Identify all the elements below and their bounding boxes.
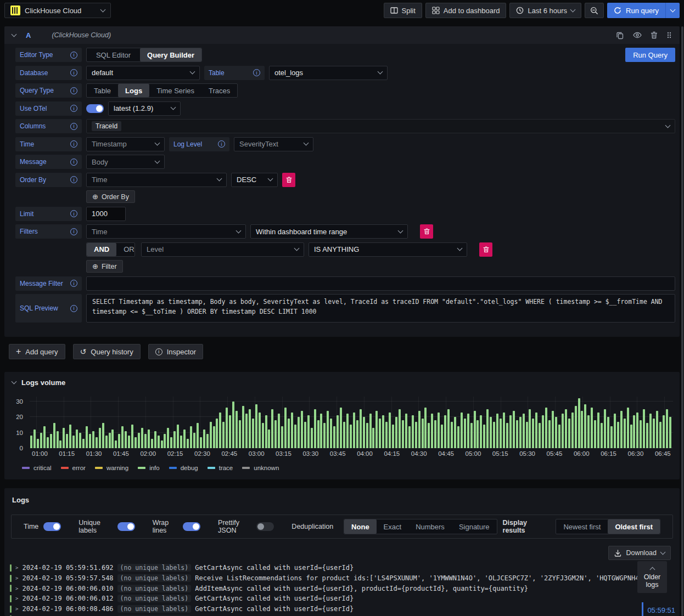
run-query-dropdown[interactable] [665, 3, 680, 18]
info-icon[interactable]: i [70, 305, 77, 312]
query-row-header[interactable]: A (ClickHouse Cloud) [4, 26, 680, 44]
dedup-exact[interactable]: Exact [377, 519, 409, 534]
inspector-button[interactable]: i Inspector [148, 344, 203, 359]
log-row[interactable]: >2024-02-19 06:00:18.663(no unique label… [10, 614, 644, 616]
clock-icon [516, 7, 524, 14]
dedup-numbers[interactable]: Numbers [408, 519, 452, 534]
log-expand-caret[interactable]: > [15, 575, 18, 581]
info-icon[interactable]: i [70, 140, 77, 148]
collapse-caret-icon[interactable] [12, 31, 17, 37]
info-icon[interactable]: i [70, 87, 77, 94]
editor-type-sql-editor[interactable]: SQL Editor [87, 48, 140, 61]
volume-bar [327, 411, 329, 448]
zoom-out-time-button[interactable] [585, 3, 604, 18]
time-range-picker[interactable]: Last 6 hours [509, 3, 581, 18]
order-by-direction-select[interactable]: DESC [231, 173, 278, 187]
query-type-time-series[interactable]: Time Series [149, 84, 201, 97]
volume-bar [59, 440, 61, 448]
info-icon[interactable]: i [70, 123, 77, 130]
dedup-none[interactable]: None [344, 519, 377, 534]
run-query-button[interactable]: Run query [607, 3, 665, 18]
log-row[interactable]: >2024-02-19 05:59:57.548(no unique label… [10, 573, 644, 584]
legend-item-unknown[interactable]: unknown [242, 465, 279, 471]
hide-response-eye-icon[interactable] [633, 32, 642, 38]
message-filter-input[interactable] [86, 276, 675, 291]
dedup-signature[interactable]: Signature [452, 519, 497, 534]
info-icon[interactable]: i [70, 52, 77, 59]
remove-order-by-button[interactable] [282, 173, 295, 187]
log-expand-caret[interactable]: > [15, 596, 18, 601]
remove-filter2-button[interactable] [479, 242, 492, 257]
info-icon[interactable]: i [70, 69, 77, 76]
info-icon[interactable]: i [70, 280, 77, 287]
duplicate-query-icon[interactable] [616, 31, 624, 39]
prettify-json-toggle[interactable] [256, 522, 274, 531]
log-expand-caret[interactable]: > [15, 586, 18, 591]
add-filter-button[interactable]: ⊕ Filter [86, 260, 123, 273]
log-row[interactable]: >2024-02-19 06:00:06.010(no unique label… [10, 583, 644, 594]
filter-logic-and[interactable]: AND [87, 243, 116, 256]
editor-type-query-builder[interactable]: Query Builder [140, 48, 201, 61]
page-scrollbar[interactable] [681, 26, 683, 616]
query-history-button[interactable]: ↺ Query history [73, 344, 141, 359]
limit-input[interactable]: 1000 [86, 207, 126, 221]
unique-labels-toggle[interactable] [117, 522, 135, 531]
older-logs-button[interactable]: Older logs [637, 561, 667, 593]
query-type-traces[interactable]: Traces [201, 84, 237, 97]
log-expand-caret[interactable]: > [15, 565, 18, 570]
info-icon[interactable]: i [253, 69, 260, 76]
query-type-logs[interactable]: Logs [118, 84, 149, 97]
query-type-table[interactable]: Table [87, 84, 118, 97]
time-column-select[interactable]: Timestamp [86, 137, 165, 151]
log-level-select[interactable]: SeverityText [234, 137, 313, 151]
info-icon[interactable]: i [70, 105, 77, 112]
log-row[interactable]: >2024-02-19 05:59:51.692(no unique label… [10, 563, 644, 573]
wrap-lines-toggle[interactable] [183, 522, 200, 531]
legend-item-trace[interactable]: trace [208, 465, 233, 471]
table-select[interactable]: otel_logs [269, 66, 388, 80]
legend-item-debug[interactable]: debug [169, 465, 198, 471]
use-otel-toggle[interactable] [86, 104, 104, 113]
info-icon[interactable]: i [70, 176, 77, 183]
legend-item-info[interactable]: info [138, 465, 160, 471]
plot-area[interactable] [30, 397, 673, 448]
filter-logic-or[interactable]: OR [116, 243, 142, 256]
info-icon[interactable]: i [70, 159, 77, 166]
logs-volume-header[interactable]: Logs volume [4, 372, 680, 387]
legend-item-critical[interactable]: critical [22, 465, 52, 471]
add-order-by-button[interactable]: ⊕ Order By [86, 190, 135, 203]
run-query-panel-button[interactable]: Run Query [625, 48, 675, 62]
display-newest-first[interactable]: Newest first [556, 519, 608, 534]
log-row[interactable]: >2024-02-19 06:00:06.012(no unique label… [10, 594, 644, 604]
column-chip-traceid[interactable]: TraceId [92, 121, 121, 131]
add-to-dashboard-button[interactable]: Add to dashboard [425, 3, 507, 18]
order-by-field-select[interactable]: Time [86, 173, 227, 187]
remove-query-trash-icon[interactable] [651, 31, 658, 39]
info-icon[interactable]: i [70, 228, 77, 235]
info-icon[interactable]: i [70, 210, 77, 217]
info-icon[interactable]: i [218, 140, 225, 148]
split-button[interactable]: Split [384, 3, 422, 18]
log-level-label: Log Leveli [169, 137, 229, 151]
message-column-select[interactable]: Body [86, 155, 165, 169]
otel-version-select[interactable]: latest (1.2.9) [108, 101, 181, 116]
columns-multiselect[interactable]: TraceId [86, 119, 675, 133]
datasource-picker[interactable]: ClickHouse Cloud [4, 3, 111, 18]
remove-filter-button[interactable] [420, 224, 433, 239]
database-select[interactable]: default [86, 66, 200, 80]
filter2-field-select[interactable]: Level [141, 242, 304, 257]
severity-indicator [10, 564, 12, 572]
drag-handle-icon[interactable] [666, 31, 672, 39]
log-row[interactable]: >2024-02-19 06:00:08.486(no unique label… [10, 604, 644, 614]
log-expand-caret[interactable]: > [15, 606, 18, 612]
legend-item-warning[interactable]: warning [95, 465, 128, 471]
filter-operator-select[interactable]: Within dashboard time range [250, 224, 408, 239]
download-button[interactable]: Download [608, 546, 671, 560]
display-oldest-first[interactable]: Oldest first [608, 519, 660, 534]
filter2-operator-select[interactable]: IS ANYTHING [309, 242, 467, 257]
add-query-button[interactable]: + Add query [9, 344, 65, 359]
time-toggle[interactable] [43, 522, 61, 531]
collapse-caret-icon[interactable] [12, 379, 17, 385]
legend-item-error[interactable]: error [61, 465, 86, 471]
filter-field-select[interactable]: Time [86, 224, 246, 239]
